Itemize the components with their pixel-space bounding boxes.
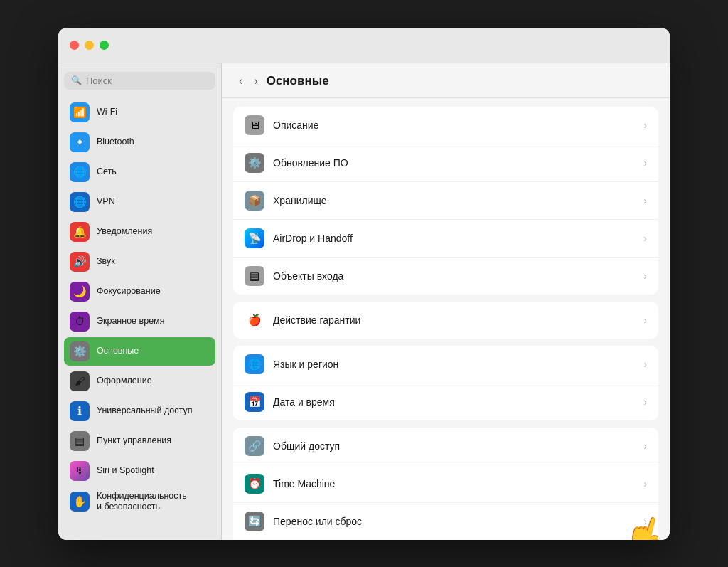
back-button[interactable]: ‹ bbox=[236, 73, 245, 89]
sidebar-item-bluetooth[interactable]: ✦Bluetooth bbox=[64, 128, 215, 157]
search-box[interactable]: 🔍 bbox=[64, 72, 215, 90]
sidebar-label-appearance: Оформление bbox=[97, 376, 152, 386]
settings-label-timemachine: Time Machine bbox=[273, 478, 635, 489]
sidebar-icon-screentime: ⏱ bbox=[70, 312, 90, 332]
settings-group-2: 🌐Язык и регион›📅Дата и время› bbox=[233, 346, 658, 420]
settings-row-sharing[interactable]: 🔗Общий доступ› bbox=[233, 428, 658, 465]
sidebar-item-privacy[interactable]: ✋Конфиденциальность и безопасность bbox=[64, 487, 215, 516]
sidebar-icon-controlcenter: ▤ bbox=[70, 431, 90, 451]
settings-label-about: Описание bbox=[273, 120, 635, 131]
settings-icon-datetime: 📅 bbox=[245, 392, 264, 412]
titlebar bbox=[58, 28, 670, 63]
sidebar-item-siri[interactable]: 🎙Siri и Spotlight bbox=[64, 457, 215, 485]
chevron-icon-login-items: › bbox=[643, 270, 647, 282]
close-button[interactable] bbox=[70, 41, 79, 50]
settings-icon-airdrop: 📡 bbox=[245, 228, 264, 248]
settings-icon-timemachine: ⏰ bbox=[245, 474, 264, 494]
settings-icon-language: 🌐 bbox=[245, 354, 264, 374]
sidebar-item-sound[interactable]: 🔊Звук bbox=[64, 248, 215, 276]
settings-label-transfer: Перенос или сброс bbox=[273, 516, 635, 527]
minimize-button[interactable] bbox=[85, 41, 94, 50]
search-icon: 🔍 bbox=[71, 75, 82, 85]
chevron-icon-software-update: › bbox=[643, 157, 647, 169]
settings-icon-login-items: ▤ bbox=[245, 266, 264, 286]
chevron-icon-airdrop: › bbox=[643, 233, 647, 244]
traffic-lights bbox=[70, 41, 109, 50]
sidebar-items-list: 📶Wi-Fi✦Bluetooth🌐Сеть🌐VPN🔔Уведомления🔊Зв… bbox=[64, 98, 215, 518]
sidebar-icon-general: ⚙️ bbox=[70, 341, 90, 361]
settings-row-timemachine[interactable]: ⏰Time Machine› bbox=[233, 465, 658, 503]
settings-label-software-update: Обновление ПО bbox=[273, 157, 635, 169]
settings-list: 🖥Описание›⚙️Обновление ПО›📦Хранилище›📡Ai… bbox=[222, 98, 670, 540]
sidebar-icon-network: 🌐 bbox=[70, 162, 90, 182]
sidebar-label-accessibility: Универсальный доступ bbox=[97, 406, 192, 416]
sidebar-icon-bluetooth: ✦ bbox=[70, 132, 90, 152]
sidebar-label-sound: Звук bbox=[97, 256, 115, 267]
sidebar-item-notifications[interactable]: 🔔Уведомления bbox=[64, 218, 215, 246]
settings-group-3: 🔗Общий доступ›⏰Time Machine›🔄Перенос или… bbox=[233, 428, 658, 540]
chevron-icon-warranty: › bbox=[643, 314, 647, 326]
search-input[interactable] bbox=[86, 75, 208, 86]
settings-row-about[interactable]: 🖥Описание› bbox=[233, 107, 658, 144]
settings-icon-about: 🖥 bbox=[245, 115, 264, 135]
sidebar-item-controlcenter[interactable]: ▤Пункт управления bbox=[64, 427, 215, 455]
settings-label-sharing: Общий доступ bbox=[273, 440, 635, 452]
settings-label-datetime: Дата и время bbox=[273, 396, 635, 408]
settings-group-1: 🍎Действие гарантии› bbox=[233, 302, 658, 339]
sidebar-icon-accessibility: ℹ bbox=[70, 401, 90, 421]
settings-label-language: Язык и регион bbox=[273, 359, 635, 370]
settings-row-datetime[interactable]: 📅Дата и время› bbox=[233, 383, 658, 420]
settings-row-language[interactable]: 🌐Язык и регион› bbox=[233, 346, 658, 383]
chevron-icon-sharing: › bbox=[643, 440, 647, 452]
settings-row-transfer[interactable]: 🔄Перенос или сброс›👆 bbox=[233, 503, 658, 540]
content-area: 🔍 📶Wi-Fi✦Bluetooth🌐Сеть🌐VPN🔔Уведомления🔊… bbox=[58, 63, 670, 540]
sidebar-label-network: Сеть bbox=[97, 166, 117, 177]
sidebar-icon-vpn: 🌐 bbox=[70, 192, 90, 212]
sidebar-icon-focus: 🌙 bbox=[70, 282, 90, 302]
settings-row-storage[interactable]: 📦Хранилище› bbox=[233, 182, 658, 220]
sidebar-label-privacy: Конфиденциальность и безопасность bbox=[97, 491, 187, 512]
sidebar-item-network[interactable]: 🌐Сеть bbox=[64, 158, 215, 186]
settings-icon-warranty: 🍎 bbox=[245, 310, 264, 330]
sidebar-item-wifi[interactable]: 📶Wi-Fi bbox=[64, 98, 215, 127]
chevron-icon-transfer: › bbox=[643, 516, 647, 527]
sidebar-label-screentime: Экранное время bbox=[97, 316, 164, 327]
chevron-icon-timemachine: › bbox=[643, 478, 647, 489]
settings-label-warranty: Действие гарантии bbox=[273, 314, 635, 326]
sidebar-item-accessibility[interactable]: ℹУниверсальный доступ bbox=[64, 397, 215, 425]
main-header: ‹ › Основные bbox=[222, 63, 670, 98]
forward-button[interactable]: › bbox=[251, 73, 260, 89]
page-title: Основные bbox=[267, 74, 329, 88]
settings-icon-transfer: 🔄 bbox=[245, 512, 264, 531]
sidebar-icon-siri: 🎙 bbox=[70, 461, 90, 481]
sidebar-label-general: Основные bbox=[97, 346, 139, 356]
settings-row-airdrop[interactable]: 📡AirDrop и Handoff› bbox=[233, 220, 658, 258]
sidebar-icon-notifications: 🔔 bbox=[70, 222, 90, 242]
sidebar: 🔍 📶Wi-Fi✦Bluetooth🌐Сеть🌐VPN🔔Уведомления🔊… bbox=[58, 63, 222, 540]
sidebar-item-vpn[interactable]: 🌐VPN bbox=[64, 188, 215, 216]
sidebar-icon-appearance: 🖌 bbox=[70, 371, 90, 391]
sidebar-icon-sound: 🔊 bbox=[70, 252, 90, 272]
sidebar-item-focus[interactable]: 🌙Фокусирование bbox=[64, 277, 215, 306]
sidebar-label-focus: Фокусирование bbox=[97, 286, 161, 297]
settings-icon-sharing: 🔗 bbox=[245, 436, 264, 456]
settings-icon-storage: 📦 bbox=[245, 191, 264, 211]
sidebar-icon-privacy: ✋ bbox=[70, 492, 90, 512]
sidebar-label-notifications: Уведомления bbox=[97, 226, 152, 237]
main-window: 🔍 📶Wi-Fi✦Bluetooth🌐Сеть🌐VPN🔔Уведомления🔊… bbox=[58, 28, 670, 540]
settings-label-airdrop: AirDrop и Handoff bbox=[273, 233, 635, 244]
sidebar-label-controlcenter: Пункт управления bbox=[97, 435, 171, 446]
sidebar-label-wifi: Wi-Fi bbox=[97, 107, 117, 117]
sidebar-label-vpn: VPN bbox=[97, 196, 115, 207]
maximize-button[interactable] bbox=[100, 41, 109, 50]
settings-label-login-items: Объекты входа bbox=[273, 270, 635, 282]
settings-row-login-items[interactable]: ▤Объекты входа› bbox=[233, 258, 658, 295]
settings-label-storage: Хранилище bbox=[273, 195, 635, 206]
sidebar-item-general[interactable]: ⚙️Основные bbox=[64, 337, 215, 366]
sidebar-item-screentime[interactable]: ⏱Экранное время bbox=[64, 307, 215, 336]
main-panel: ‹ › Основные 🖥Описание›⚙️Обновление ПО›📦… bbox=[222, 63, 670, 540]
settings-icon-software-update: ⚙️ bbox=[245, 153, 264, 173]
settings-row-software-update[interactable]: ⚙️Обновление ПО› bbox=[233, 144, 658, 182]
settings-row-warranty[interactable]: 🍎Действие гарантии› bbox=[233, 302, 658, 339]
sidebar-item-appearance[interactable]: 🖌Оформление bbox=[64, 367, 215, 396]
